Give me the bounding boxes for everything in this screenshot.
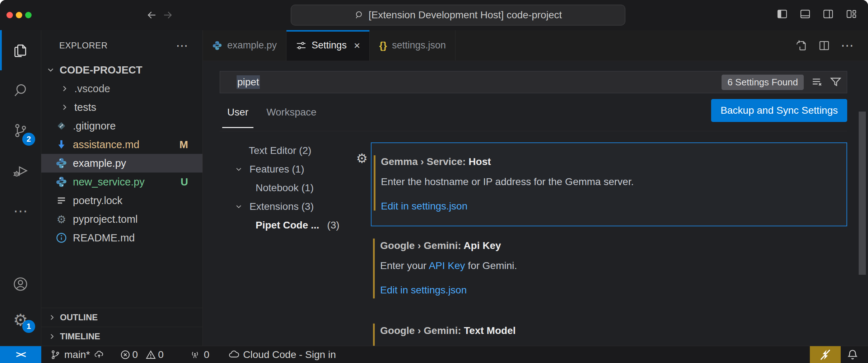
scope-tab-workspace[interactable]: Workspace xyxy=(266,93,317,131)
remote-indicator[interactable]: >< xyxy=(0,346,41,363)
tab-bar: example.py Settings × {} settings.json xyxy=(203,30,868,61)
branch-name: main* xyxy=(64,349,90,360)
minimize-window-button[interactable] xyxy=(16,12,22,18)
chevron-right-icon xyxy=(48,332,56,341)
scope-tab-user[interactable]: User xyxy=(227,93,248,131)
explorer-icon xyxy=(12,42,29,58)
tab-settings-json[interactable]: {} settings.json xyxy=(370,30,456,61)
open-settings-json-icon[interactable] xyxy=(795,39,808,52)
chevron-down-icon xyxy=(46,65,55,75)
window-title: [Extension Development Host] code-projec… xyxy=(369,9,562,21)
setting-google-gemini-api-key[interactable]: Google › Gemini: Api Key Enter your API … xyxy=(371,234,847,307)
tree-item-example-py[interactable]: example.py xyxy=(41,154,202,173)
ports-status-item[interactable]: 0 xyxy=(190,349,210,360)
tree-item-vscode[interactable]: .vscode xyxy=(41,79,202,98)
backup-sync-settings-button[interactable]: Backup and Sync Settings xyxy=(711,99,847,122)
activity-more[interactable]: ⋯ xyxy=(0,191,41,231)
settings-search-input[interactable]: pipet 6 Settings Found xyxy=(220,71,847,93)
split-editor-icon[interactable] xyxy=(818,39,831,52)
setting-google-gemini-text-model[interactable]: Google › Gemini: Text Model xyxy=(371,320,847,346)
timeline-section[interactable]: TIMELINE xyxy=(41,327,202,346)
bell-icon xyxy=(847,349,858,360)
clear-search-filters-icon[interactable] xyxy=(811,76,823,88)
toggle-secondary-sidebar-icon[interactable] xyxy=(822,8,834,20)
toc-extensions[interactable]: Extensions (3) xyxy=(203,197,355,216)
tree-item-readme-md[interactable]: README.md xyxy=(41,228,202,247)
cloud-code-status-item[interactable]: Cloud Code - Sign in xyxy=(228,349,336,360)
edit-in-settings-json-link[interactable]: Edit in settings.json xyxy=(380,284,467,296)
modified-indicator xyxy=(373,324,375,346)
run-debug-icon xyxy=(12,162,29,179)
activity-source-control[interactable]: 2 xyxy=(0,110,41,151)
git-branch-icon xyxy=(50,349,61,360)
debug-disconnect-icon xyxy=(819,349,831,361)
ports-count: 0 xyxy=(204,349,210,360)
filter-icon[interactable] xyxy=(830,76,842,88)
setting-title: Gemma › Service: Host xyxy=(381,156,836,168)
activity-search[interactable] xyxy=(0,70,41,110)
results-count-badge: 6 Settings Found xyxy=(722,75,804,90)
activity-settings[interactable]: ⚙ 1 xyxy=(0,302,41,338)
status-bar: >< main* 0 0 0 xyxy=(0,346,868,363)
python-file-icon xyxy=(56,176,67,188)
python-file-icon xyxy=(212,41,222,51)
forward-icon[interactable] xyxy=(162,10,173,20)
settings-badge: 1 xyxy=(22,320,35,333)
tree-item-tests[interactable]: tests xyxy=(41,98,202,117)
window-controls xyxy=(6,12,32,18)
setting-title: Google › Gemini: Text Model xyxy=(380,325,836,336)
error-icon xyxy=(120,350,130,360)
branch-status-item[interactable]: main* xyxy=(50,349,104,360)
info-file-icon xyxy=(56,232,67,244)
tree-root-code-project[interactable]: CODE-PROJECT xyxy=(41,61,202,79)
python-file-icon xyxy=(56,157,67,169)
tree-item-pyproject-toml[interactable]: ⚙ pyproject.toml xyxy=(41,210,202,228)
api-key-link[interactable]: API Key xyxy=(429,260,465,271)
chevron-right-icon xyxy=(60,84,69,93)
activity-accounts[interactable] xyxy=(0,266,41,302)
ellipsis-icon: ⋯ xyxy=(13,203,28,219)
debug-disconnect-status-item[interactable] xyxy=(810,346,841,363)
remote-icon: >< xyxy=(16,349,25,360)
search-icon xyxy=(12,82,29,99)
tree-item-assistance-md[interactable]: assistance.md M xyxy=(41,135,202,154)
tree-item-gitignore[interactable]: .gitignore xyxy=(41,117,202,135)
activity-explorer[interactable] xyxy=(0,30,41,70)
toggle-primary-sidebar-icon[interactable] xyxy=(776,8,788,20)
toc-text-editor[interactable]: Text Editor (2) xyxy=(203,141,355,160)
publish-changes-icon xyxy=(94,349,104,360)
setting-title: Google › Gemini: Api Key xyxy=(380,240,836,251)
warning-icon xyxy=(146,350,156,360)
modified-indicator xyxy=(374,155,375,211)
scm-badge: 2 xyxy=(22,133,35,146)
back-icon[interactable] xyxy=(146,10,157,20)
toggle-panel-icon[interactable] xyxy=(799,8,811,20)
settings-editor: pipet 6 Settings Found User Workspace xyxy=(203,61,868,346)
lock-file-icon xyxy=(56,195,67,206)
toc-notebook[interactable]: Notebook (1) xyxy=(203,179,355,197)
toml-gear-icon: ⚙ xyxy=(56,213,67,226)
setting-gemma-service-host[interactable]: Gemma › Service: Host Enter the hostname… xyxy=(371,142,847,226)
git-status-badge: U xyxy=(181,176,188,188)
settings-scrollbar[interactable] xyxy=(859,112,866,275)
toc-pipet-code[interactable]: Pipet Code ...(3) xyxy=(203,216,355,235)
close-window-button[interactable] xyxy=(6,12,13,18)
toc-features[interactable]: Features (1) xyxy=(203,160,355,179)
settings-toc: Text Editor (2) Features (1) Notebook (1… xyxy=(203,131,355,346)
tab-settings[interactable]: Settings × xyxy=(286,30,370,61)
outline-section[interactable]: OUTLINE xyxy=(41,308,202,327)
chevron-right-icon xyxy=(48,313,56,322)
tree-item-new-service-py[interactable]: new_service.py U xyxy=(41,173,202,191)
setting-actions-gear-icon[interactable]: ⚙ xyxy=(356,152,368,165)
customize-layout-icon[interactable] xyxy=(845,8,857,20)
tree-item-poetry-lock[interactable]: poetry.lock xyxy=(41,191,202,210)
notifications-status-item[interactable] xyxy=(841,346,864,363)
problems-status-item[interactable]: 0 0 xyxy=(120,349,169,360)
command-center[interactable]: [Extension Development Host] code-projec… xyxy=(291,5,625,25)
activity-bar: 2 ⋯ ⚙ 1 xyxy=(0,30,41,346)
activity-run-debug[interactable] xyxy=(0,151,41,191)
edit-in-settings-json-link[interactable]: Edit in settings.json xyxy=(381,201,467,212)
zoom-window-button[interactable] xyxy=(25,12,32,18)
close-tab-icon[interactable]: × xyxy=(354,39,360,52)
tab-example-py[interactable]: example.py xyxy=(203,30,286,61)
